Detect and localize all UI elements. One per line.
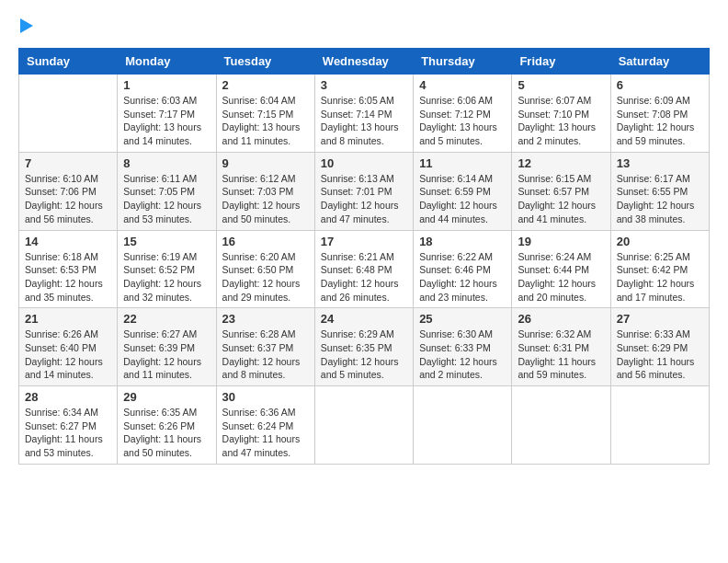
- day-info: Sunrise: 6:25 AM Sunset: 6:42 PM Dayligh…: [617, 250, 703, 304]
- day-number: 6: [617, 78, 703, 92]
- day-number: 11: [419, 156, 506, 170]
- day-number: 3: [321, 78, 407, 92]
- calendar-cell: 13Sunrise: 6:17 AM Sunset: 6:55 PM Dayli…: [610, 152, 709, 230]
- day-info: Sunrise: 6:36 AM Sunset: 6:24 PM Dayligh…: [222, 406, 309, 460]
- calendar-cell: 16Sunrise: 6:20 AM Sunset: 6:50 PM Dayli…: [216, 230, 314, 308]
- calendar-cell: 10Sunrise: 6:13 AM Sunset: 7:01 PM Dayli…: [314, 152, 413, 230]
- calendar-cell: 29Sunrise: 6:35 AM Sunset: 6:26 PM Dayli…: [118, 386, 216, 465]
- calendar-cell: 22Sunrise: 6:27 AM Sunset: 6:39 PM Dayli…: [118, 308, 216, 386]
- calendar-header-row: SundayMondayTuesdayWednesdayThursdayFrid…: [19, 49, 710, 75]
- column-header-friday: Friday: [512, 49, 610, 75]
- day-info: Sunrise: 6:29 AM Sunset: 6:35 PM Dayligh…: [321, 327, 407, 382]
- column-header-thursday: Thursday: [414, 49, 512, 75]
- day-number: 29: [123, 390, 210, 404]
- calendar-cell: [610, 386, 709, 465]
- calendar-cell: 15Sunrise: 6:19 AM Sunset: 6:52 PM Dayli…: [118, 230, 216, 308]
- day-info: Sunrise: 6:21 AM Sunset: 6:48 PM Dayligh…: [321, 250, 407, 304]
- calendar-cell: 1Sunrise: 6:03 AM Sunset: 7:17 PM Daylig…: [118, 75, 216, 153]
- logo-arrow-icon: [20, 18, 33, 33]
- day-number: 24: [321, 312, 407, 326]
- day-number: 12: [518, 156, 604, 170]
- calendar-table: SundayMondayTuesdayWednesdayThursdayFrid…: [18, 48, 710, 465]
- calendar-cell: 26Sunrise: 6:32 AM Sunset: 6:31 PM Dayli…: [512, 308, 610, 386]
- day-info: Sunrise: 6:28 AM Sunset: 6:37 PM Dayligh…: [222, 327, 309, 382]
- calendar-cell: 2Sunrise: 6:04 AM Sunset: 7:15 PM Daylig…: [216, 75, 314, 153]
- calendar-week-row: 28Sunrise: 6:34 AM Sunset: 6:27 PM Dayli…: [19, 386, 710, 465]
- day-info: Sunrise: 6:26 AM Sunset: 6:40 PM Dayligh…: [25, 327, 111, 382]
- column-header-tuesday: Tuesday: [216, 49, 314, 75]
- day-info: Sunrise: 6:27 AM Sunset: 6:39 PM Dayligh…: [123, 327, 210, 382]
- calendar-cell: [314, 386, 413, 465]
- calendar-cell: 25Sunrise: 6:30 AM Sunset: 6:33 PM Dayli…: [414, 308, 512, 386]
- day-info: Sunrise: 6:09 AM Sunset: 7:08 PM Dayligh…: [617, 94, 703, 148]
- column-header-monday: Monday: [118, 49, 216, 75]
- calendar-cell: 23Sunrise: 6:28 AM Sunset: 6:37 PM Dayli…: [216, 308, 314, 386]
- day-number: 10: [321, 156, 407, 170]
- day-number: 13: [617, 156, 703, 170]
- day-info: Sunrise: 6:17 AM Sunset: 6:55 PM Dayligh…: [617, 172, 703, 226]
- calendar-cell: 17Sunrise: 6:21 AM Sunset: 6:48 PM Dayli…: [314, 230, 413, 308]
- calendar-cell: 4Sunrise: 6:06 AM Sunset: 7:12 PM Daylig…: [414, 75, 512, 153]
- day-number: 21: [25, 312, 111, 326]
- calendar-cell: 5Sunrise: 6:07 AM Sunset: 7:10 PM Daylig…: [512, 75, 610, 153]
- calendar-cell: [19, 75, 118, 153]
- day-number: 20: [617, 235, 703, 248]
- calendar-cell: 11Sunrise: 6:14 AM Sunset: 6:59 PM Dayli…: [414, 152, 512, 230]
- calendar-cell: 8Sunrise: 6:11 AM Sunset: 7:05 PM Daylig…: [118, 152, 216, 230]
- calendar-cell: 19Sunrise: 6:24 AM Sunset: 6:44 PM Dayli…: [512, 230, 610, 308]
- day-info: Sunrise: 6:15 AM Sunset: 6:57 PM Dayligh…: [518, 172, 604, 226]
- day-info: Sunrise: 6:14 AM Sunset: 6:59 PM Dayligh…: [419, 172, 506, 226]
- day-number: 4: [419, 78, 506, 92]
- calendar-cell: 6Sunrise: 6:09 AM Sunset: 7:08 PM Daylig…: [610, 75, 709, 153]
- day-number: 5: [518, 78, 604, 92]
- day-info: Sunrise: 6:19 AM Sunset: 6:52 PM Dayligh…: [123, 250, 210, 304]
- calendar-week-row: 14Sunrise: 6:18 AM Sunset: 6:53 PM Dayli…: [19, 230, 710, 308]
- day-number: 19: [518, 235, 604, 248]
- calendar-cell: 7Sunrise: 6:10 AM Sunset: 7:06 PM Daylig…: [19, 152, 118, 230]
- day-info: Sunrise: 6:12 AM Sunset: 7:03 PM Dayligh…: [222, 172, 309, 226]
- calendar-cell: 12Sunrise: 6:15 AM Sunset: 6:57 PM Dayli…: [512, 152, 610, 230]
- day-number: 7: [25, 156, 111, 170]
- day-info: Sunrise: 6:10 AM Sunset: 7:06 PM Dayligh…: [25, 172, 111, 226]
- day-number: 25: [419, 312, 506, 326]
- day-number: 15: [123, 235, 210, 248]
- calendar-cell: 14Sunrise: 6:18 AM Sunset: 6:53 PM Dayli…: [19, 230, 118, 308]
- day-number: 17: [321, 235, 407, 248]
- calendar-cell: 28Sunrise: 6:34 AM Sunset: 6:27 PM Dayli…: [19, 386, 118, 465]
- calendar-week-row: 1Sunrise: 6:03 AM Sunset: 7:17 PM Daylig…: [19, 75, 710, 153]
- day-number: 26: [518, 312, 604, 326]
- logo: [18, 18, 33, 33]
- day-number: 8: [123, 156, 210, 170]
- day-info: Sunrise: 6:07 AM Sunset: 7:10 PM Dayligh…: [518, 94, 604, 148]
- calendar-cell: 24Sunrise: 6:29 AM Sunset: 6:35 PM Dayli…: [314, 308, 413, 386]
- column-header-sunday: Sunday: [19, 49, 118, 75]
- day-info: Sunrise: 6:33 AM Sunset: 6:29 PM Dayligh…: [617, 327, 703, 382]
- day-info: Sunrise: 6:03 AM Sunset: 7:17 PM Dayligh…: [123, 94, 210, 148]
- day-info: Sunrise: 6:24 AM Sunset: 6:44 PM Dayligh…: [518, 250, 604, 304]
- day-number: 1: [123, 78, 210, 92]
- column-header-wednesday: Wednesday: [314, 49, 413, 75]
- day-info: Sunrise: 6:06 AM Sunset: 7:12 PM Dayligh…: [419, 94, 506, 148]
- day-info: Sunrise: 6:30 AM Sunset: 6:33 PM Dayligh…: [419, 327, 506, 382]
- day-number: 22: [123, 312, 210, 326]
- day-info: Sunrise: 6:20 AM Sunset: 6:50 PM Dayligh…: [222, 250, 309, 304]
- day-number: 16: [222, 235, 309, 248]
- day-number: 18: [419, 235, 506, 248]
- calendar-cell: 27Sunrise: 6:33 AM Sunset: 6:29 PM Dayli…: [610, 308, 709, 386]
- calendar-cell: 20Sunrise: 6:25 AM Sunset: 6:42 PM Dayli…: [610, 230, 709, 308]
- calendar-cell: [512, 386, 610, 465]
- day-number: 30: [222, 390, 309, 404]
- day-info: Sunrise: 6:04 AM Sunset: 7:15 PM Dayligh…: [222, 94, 309, 148]
- day-info: Sunrise: 6:18 AM Sunset: 6:53 PM Dayligh…: [25, 250, 111, 304]
- day-number: 27: [617, 312, 703, 326]
- calendar-week-row: 21Sunrise: 6:26 AM Sunset: 6:40 PM Dayli…: [19, 308, 710, 386]
- day-number: 14: [25, 235, 111, 248]
- day-info: Sunrise: 6:34 AM Sunset: 6:27 PM Dayligh…: [25, 406, 111, 460]
- column-header-saturday: Saturday: [610, 49, 709, 75]
- day-number: 28: [25, 390, 111, 404]
- day-number: 2: [222, 78, 309, 92]
- day-info: Sunrise: 6:11 AM Sunset: 7:05 PM Dayligh…: [123, 172, 210, 226]
- calendar-cell: [414, 386, 512, 465]
- day-info: Sunrise: 6:05 AM Sunset: 7:14 PM Dayligh…: [321, 94, 407, 148]
- page-header: [18, 18, 710, 33]
